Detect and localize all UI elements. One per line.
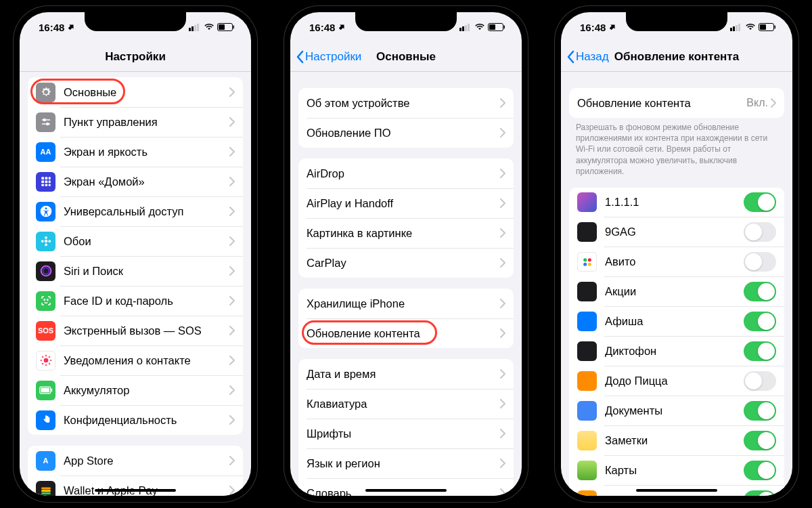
chevron-right-icon: [229, 486, 235, 495]
row-label: Дата и время: [307, 368, 500, 381]
app-toggle[interactable]: [744, 401, 776, 421]
settings-row[interactable]: Wallet и Apple Pay: [28, 475, 243, 496]
general-row[interactable]: Клавиатура: [298, 389, 514, 419]
app-toggle[interactable]: [744, 312, 776, 331]
app-label: Афиша: [605, 315, 744, 328]
app-row[interactable]: Заметки: [569, 426, 784, 456]
back-button[interactable]: Назад: [566, 50, 609, 64]
app-row[interactable]: Карты: [569, 456, 784, 486]
app-toggle[interactable]: [744, 282, 776, 301]
row-label: AirPlay и Handoff: [307, 197, 500, 210]
app-label: Авито: [605, 255, 744, 268]
svg-line-36: [42, 356, 43, 358]
back-button[interactable]: Настройки: [296, 50, 361, 64]
svg-point-29: [44, 299, 45, 301]
app-icon: [577, 371, 597, 391]
app-toggle[interactable]: [744, 252, 776, 272]
app-toggle[interactable]: [744, 490, 776, 496]
app-toggle[interactable]: [744, 341, 776, 361]
notch: [355, 12, 457, 31]
back-label: Настройки: [305, 50, 361, 64]
app-row[interactable]: 9GAG: [569, 217, 784, 247]
app-row[interactable]: Авито: [569, 247, 784, 277]
settings-row[interactable]: AAЭкран и яркость: [28, 137, 243, 167]
status-icons: [189, 23, 235, 31]
row-label: Конфиденциальность: [64, 414, 229, 427]
chevron-right-icon: [500, 459, 505, 468]
row-label: Face ID и код-пароль: [64, 295, 229, 308]
chevron-right-icon: [229, 266, 235, 276]
settings-list[interactable]: ОсновныеПункт управленияAAЭкран и яркост…: [20, 72, 251, 496]
settings-row[interactable]: Siri и Поиск: [28, 256, 243, 286]
general-row[interactable]: AirDrop: [298, 158, 514, 188]
settings-row[interactable]: AApp Store: [28, 446, 243, 475]
home-indicator[interactable]: [636, 489, 717, 492]
app-icon: [577, 490, 597, 496]
general-row[interactable]: Обновление контента: [298, 318, 514, 348]
app-toggle[interactable]: [744, 461, 776, 480]
svg-rect-55: [733, 26, 735, 31]
row-label: Картинка в картинке: [307, 227, 500, 240]
svg-rect-14: [41, 181, 44, 184]
app-row[interactable]: Документы: [569, 396, 784, 426]
settings-row[interactable]: Экран «Домой»: [28, 167, 243, 196]
chevron-right-icon: [500, 299, 505, 308]
svg-point-22: [44, 240, 47, 243]
app-label: Документы: [605, 404, 744, 417]
location-icon: [608, 23, 616, 31]
svg-rect-57: [738, 24, 740, 31]
general-row[interactable]: CarPlay: [298, 248, 514, 278]
settings-row[interactable]: Уведомления о контакте: [28, 345, 243, 375]
background-refresh-row[interactable]: Обновление контентаВкл.: [569, 88, 784, 118]
location-icon: [67, 23, 75, 31]
status-time: 16:48: [39, 22, 64, 33]
status-icons: [730, 23, 776, 31]
general-list[interactable]: Об этом устройствеОбновление ПОAirDropAi…: [290, 72, 522, 496]
app-toggle[interactable]: [744, 431, 776, 450]
general-row[interactable]: Шрифты: [298, 419, 514, 448]
app-row[interactable]: Додо Пицца: [569, 366, 784, 396]
svg-point-62: [587, 258, 591, 261]
settings-row[interactable]: Основные: [28, 77, 243, 107]
settings-row[interactable]: Универсальный доступ: [28, 196, 243, 226]
settings-row[interactable]: Пункт управления: [28, 107, 243, 137]
settings-row[interactable]: Обои: [28, 226, 243, 256]
app-label: 1.1.1.1: [605, 196, 744, 209]
app-row[interactable]: Афиша: [569, 307, 784, 337]
general-row[interactable]: AirPlay и Handoff: [298, 188, 514, 218]
svg-rect-49: [465, 25, 467, 31]
app-row[interactable]: Диктофон: [569, 337, 784, 366]
home-indicator[interactable]: [95, 489, 176, 492]
svg-rect-0: [189, 28, 191, 31]
svg-rect-48: [462, 26, 464, 31]
general-row[interactable]: Картинка в картинке: [298, 218, 514, 248]
svg-point-31: [43, 358, 48, 363]
settings-row[interactable]: Аккумулятор: [28, 375, 243, 405]
hand-icon: [36, 410, 55, 430]
settings-row[interactable]: SOSЭкстренный вызов — SOS: [28, 316, 243, 345]
chevron-right-icon: [229, 456, 235, 465]
nav-title: Основные: [376, 50, 436, 64]
general-row[interactable]: Хранилище iPhone: [298, 289, 514, 318]
svg-rect-44: [41, 490, 51, 492]
general-row[interactable]: Дата и время: [298, 359, 514, 389]
svg-point-64: [587, 263, 591, 266]
general-row[interactable]: Словарь: [298, 478, 514, 496]
refresh-list[interactable]: Обновление контентаВкл.Разрешать в фонов…: [561, 72, 792, 496]
app-toggle[interactable]: [744, 371, 776, 391]
app-toggle[interactable]: [744, 222, 776, 242]
general-row[interactable]: Обновление ПО: [298, 118, 514, 148]
row-value: Вкл.: [746, 97, 768, 109]
settings-row[interactable]: Конфиденциальность: [28, 405, 243, 435]
app-row[interactable]: Акции: [569, 277, 784, 307]
home-indicator[interactable]: [365, 489, 447, 492]
general-row[interactable]: Язык и регион: [298, 448, 514, 478]
app-row[interactable]: 1.1.1.1: [569, 188, 784, 217]
app-label: Додо Пицца: [605, 375, 744, 387]
SOS-icon: SOS: [36, 321, 55, 341]
settings-row[interactable]: Face ID и код-пароль: [28, 286, 243, 316]
general-row[interactable]: Об этом устройстве: [298, 88, 514, 118]
app-toggle[interactable]: [744, 192, 776, 212]
svg-rect-43: [41, 488, 51, 490]
app-label: Карты: [605, 464, 744, 477]
